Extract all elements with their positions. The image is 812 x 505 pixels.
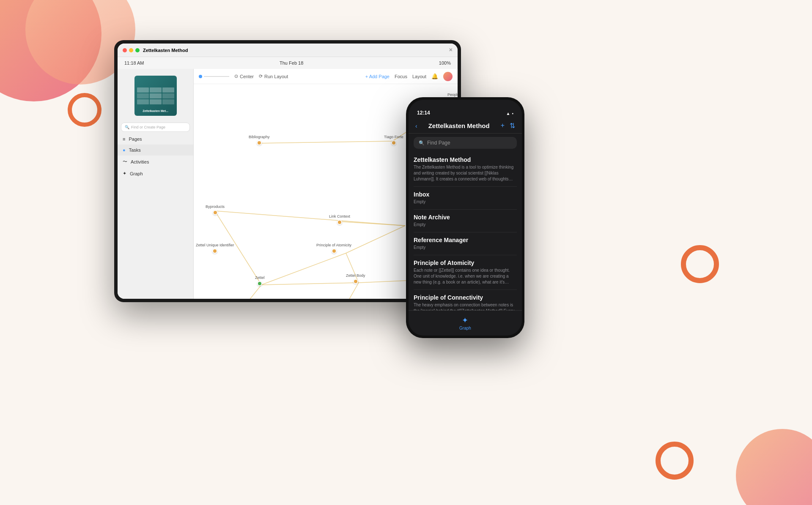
user-avatar[interactable] (443, 72, 453, 81)
list-item-desc: The heavy emphasis on connection between… (414, 302, 517, 310)
bg-decoration-circle-bottom-right (736, 429, 812, 505)
bg-decoration-ring-bottom-right (656, 442, 694, 480)
list-item[interactable]: Inbox Empty (414, 187, 517, 210)
iphone-list: Zettelkasten Method The Zettelkasten Met… (409, 152, 522, 310)
graph-node-zettel-body[interactable]: Zettel Body (346, 273, 365, 284)
zoom-handle (199, 75, 202, 78)
center-btn[interactable]: ⊙ Center (234, 74, 254, 79)
list-item-desc: The Zettelkasten Method is a tool to opt… (414, 164, 517, 182)
graph-node-zettel-unique[interactable]: Zettel Unique Identifier (196, 243, 234, 254)
activities-icon: 〜 (123, 158, 127, 165)
zoom-track (204, 76, 229, 77)
ipad-close-icon[interactable]: ✕ (449, 47, 453, 53)
list-item-desc: Empty (414, 199, 517, 205)
iphone-screen: 12:14 ▲ ▪ ‹ Zettelkasten Method + ⇅ 🔍 Fi… (409, 100, 522, 336)
svg-line-6 (215, 211, 405, 226)
ipad-window-title: Zettelkasten Method (143, 48, 188, 53)
ipad-date: Thu Feb 18 (280, 60, 303, 66)
iphone-bottom-label: Graph (459, 326, 471, 330)
ipad-title-bar: Zettelkasten Method ✕ (118, 44, 458, 57)
sidebar-label-activities: Activities (131, 159, 149, 164)
sidebar-label-graph: Graph (130, 171, 143, 176)
graph-node-bibliography[interactable]: Bibliography (249, 135, 270, 145)
sidebar-item-graph[interactable]: ✦ Graph (118, 168, 193, 179)
sidebar: Zettelkasten Met... 🔍 Find or Create Pag… (118, 69, 194, 299)
sidebar-item-tasks[interactable]: ● Tasks (118, 145, 193, 156)
graph-node-tiago-forte[interactable]: Tiago Forte (384, 135, 403, 145)
list-item[interactable]: Principle of Connectivity The heavy emph… (414, 290, 517, 310)
list-item-title: Note Archive (414, 214, 517, 221)
window-controls (123, 48, 140, 52)
layout-btn[interactable]: Layout (412, 74, 426, 79)
notification-icon[interactable]: 🔔 (431, 73, 438, 79)
bg-decoration-ring-right (681, 245, 719, 283)
list-item[interactable]: Principle of Atomicity Each note or [[Ze… (414, 255, 517, 290)
iphone-status-icons: ▲ ▪ (506, 111, 513, 116)
iphone-bottom-bar: ✦ Graph (409, 310, 522, 336)
graph-node-principle-atomicity[interactable]: Principle of Atomicity (316, 243, 351, 254)
iphone-back-btn[interactable]: ‹ (415, 123, 417, 129)
bg-decoration-ring-left (68, 93, 102, 127)
list-item-title: Principle of Atomicity (414, 259, 517, 266)
svg-line-16 (342, 283, 359, 299)
list-item[interactable]: Zettelkasten Method The Zettelkasten Met… (414, 152, 517, 187)
ipad-time: 11:18 AM (124, 60, 144, 66)
graph-node-byproducts[interactable]: Byproducts (206, 205, 225, 215)
iphone-device: 12:14 ▲ ▪ ‹ Zettelkasten Method + ⇅ 🔍 Fi… (406, 97, 524, 338)
list-item[interactable]: Note Archive Empty (414, 210, 517, 232)
toolbar-left: ⊙ Center ⟳ Run Layout (199, 74, 288, 79)
graph-toolbar: ⊙ Center ⟳ Run Layout + Add Page Focus L… (194, 69, 458, 84)
center-icon: ⊙ (234, 74, 238, 79)
iphone-search-placeholder: Find Page (427, 140, 450, 146)
add-page-btn[interactable]: + Add Page (365, 74, 390, 79)
sidebar-label-pages: Pages (129, 136, 142, 142)
sidebar-search[interactable]: 🔍 Find or Create Page (121, 123, 190, 132)
list-item-desc: Each note or [[Zettel]] contains one ide… (414, 268, 517, 285)
list-item-title: Inbox (414, 191, 517, 198)
tasks-icon: ● (123, 147, 126, 153)
iphone-graph-btn[interactable]: ✦ Graph (459, 316, 471, 330)
iphone-status-bar: 12:14 ▲ ▪ (409, 100, 522, 118)
minimize-window-btn[interactable] (129, 48, 133, 52)
toolbar-right: + Add Page Focus Layout 🔔 (365, 72, 453, 81)
svg-line-3 (257, 141, 392, 143)
graph-node-link-context[interactable]: Link Context (329, 214, 350, 225)
ipad-battery: 100% (439, 60, 451, 66)
book-cover[interactable]: Zettelkasten Met... (134, 76, 177, 116)
iphone-sort-btn[interactable]: ⇅ (510, 122, 515, 130)
list-item-desc: Empty (414, 245, 517, 251)
iphone-header: ‹ Zettelkasten Method + ⇅ (409, 118, 522, 134)
graph-icon: ✦ (123, 171, 126, 176)
iphone-search[interactable]: 🔍 Find Page (414, 137, 517, 149)
list-item-title: Principle of Connectivity (414, 294, 517, 301)
iphone-time: 12:14 (417, 110, 430, 116)
graph-bottom-icon: ✦ (462, 316, 468, 325)
zoom-control[interactable] (199, 75, 229, 78)
close-window-btn[interactable] (123, 48, 127, 52)
sidebar-item-pages[interactable]: ≡ Pages (118, 134, 193, 145)
iphone-add-btn[interactable]: + (501, 122, 505, 130)
list-item[interactable]: Reference Manager Empty (414, 232, 517, 255)
pages-icon: ≡ (123, 136, 125, 142)
run-layout-label: Run Layout (264, 74, 288, 79)
iphone-header-actions: + ⇅ (501, 122, 515, 130)
svg-line-12 (261, 253, 346, 285)
list-item-title: Reference Manager (414, 237, 517, 243)
sidebar-item-activities[interactable]: 〜 Activities (118, 156, 193, 168)
book-cover-title: Zettelkasten Met... (134, 109, 177, 112)
center-label: Center (240, 74, 254, 79)
focus-btn[interactable]: Focus (395, 74, 407, 79)
graph-node-zettel[interactable]: Zettel (255, 276, 265, 286)
wifi-icon: ▲ (506, 111, 510, 116)
search-icon: 🔍 (125, 125, 129, 129)
svg-line-17 (261, 283, 359, 285)
iphone-page-title: Zettelkasten Method (421, 122, 497, 129)
iphone-search-icon: 🔍 (419, 140, 425, 146)
run-layout-btn[interactable]: ⟳ Run Layout (259, 74, 288, 79)
search-placeholder: Find or Create Page (131, 125, 165, 129)
ipad-status-bar: 11:18 AM Thu Feb 18 100% (118, 57, 458, 69)
list-item-desc: Empty (414, 222, 517, 228)
list-item-title: Zettelkasten Method (414, 156, 517, 163)
maximize-window-btn[interactable] (135, 48, 140, 52)
battery-icon: ▪ (512, 111, 513, 116)
